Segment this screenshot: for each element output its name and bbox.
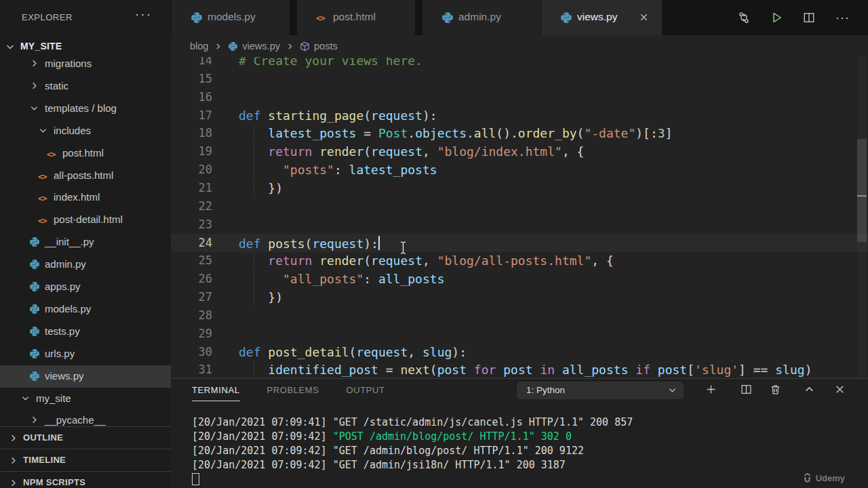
maximize-panel-button[interactable] (804, 384, 815, 395)
line-number: 16 (171, 88, 212, 106)
chevron-right-icon (8, 433, 18, 443)
chevron-right-icon (214, 42, 222, 51)
code-line-22[interactable]: 22 (171, 197, 868, 216)
chevron-down-icon (5, 41, 16, 52)
explorer-sidebar: EXPLORER ··· MY_SITE migrationsstatictem… (0, 0, 172, 488)
open-changes-button[interactable] (738, 12, 750, 24)
code-editor[interactable]: 14# Create your views here.151617def sta… (171, 35, 868, 378)
tree-item-models-py[interactable]: models.py (0, 298, 171, 321)
code-line-26[interactable]: 26 "all_posts": all_posts (171, 270, 868, 288)
code-line-27[interactable]: 27 }) (171, 288, 868, 306)
panel-label: NPM SCRIPTS (23, 477, 85, 487)
tree-item-tests-py[interactable]: tests.py (0, 321, 171, 343)
shell-selector-dropdown[interactable]: 1: Python (517, 382, 684, 399)
tree-item-templates-blog[interactable]: templates / blog (0, 98, 171, 120)
tree-item-label: all-posts.html (54, 169, 113, 181)
code-line-29[interactable]: 29 (171, 325, 868, 343)
tree-item-migrations[interactable]: migrations (0, 53, 171, 75)
close-panel-button[interactable] (834, 384, 846, 395)
tab-post-html[interactable]: <>post.html (297, 0, 415, 35)
chevron-right-icon (8, 478, 18, 488)
breadcrumb-item-posts[interactable]: posts (300, 41, 338, 52)
code-text: }) (239, 288, 283, 306)
tree-item-label: post.html (62, 147, 104, 159)
code-text: "all_posts": all_posts (239, 270, 444, 288)
tree-item-label: __pycache__ (45, 414, 105, 426)
mouse-cursor (399, 241, 408, 255)
split-editor-button[interactable] (803, 12, 815, 24)
tree-item-post-detail-html[interactable]: <>post-detail.html (0, 209, 171, 231)
code-line-16[interactable]: 16 (171, 88, 868, 106)
tree-item-label: models.py (45, 303, 91, 314)
run-button[interactable] (770, 12, 783, 24)
code-line-28[interactable]: 28 (171, 306, 868, 325)
line-number: 18 (171, 124, 212, 142)
chevron-down-icon (29, 103, 41, 115)
split-terminal-button[interactable] (741, 384, 752, 395)
terminal-log-line: [20/Jan/2021 07:09:41] "GET /static/admi… (192, 415, 633, 430)
breadcrumb-item-blog[interactable]: blog (190, 41, 208, 52)
file-tree: migrationsstatictemplates / blogincludes… (0, 53, 171, 426)
terminal-tab-output[interactable]: OUTPUT (347, 385, 385, 401)
line-number: 19 (171, 142, 212, 161)
code-line-15[interactable]: 15 (171, 70, 868, 88)
breadcrumb-item-views-py[interactable]: views.py (228, 41, 280, 52)
panel-timeline[interactable]: TIMELINE (0, 449, 171, 472)
tree-item-label: views.py (45, 370, 84, 382)
tree-item-views-py[interactable]: views.py (0, 365, 171, 388)
chevron-down-icon (20, 393, 33, 405)
line-number: 24 (171, 234, 212, 252)
terminal-tab-terminal[interactable]: TERMINAL (192, 385, 240, 401)
breadcrumb-label: blog (190, 41, 208, 52)
terminal-log-line: [20/Jan/2021 07:09:42] "GET /admin/blog/… (192, 444, 633, 458)
breadcrumb: blogviews.pyposts (171, 35, 868, 57)
udemy-label: Udemy (816, 473, 845, 483)
tree-item-my-site[interactable]: my_site (0, 388, 171, 410)
python-icon (191, 12, 203, 24)
tab-label: views.py (577, 11, 617, 23)
code-line-25[interactable]: 25 return render(request, "blog/all-post… (171, 251, 868, 270)
panel-outline[interactable]: OUTLINE (0, 426, 171, 449)
code-line-23[interactable]: 23 (171, 216, 868, 234)
tree-item-label: admin.py (45, 258, 86, 270)
code-line-31[interactable]: 31 identified_post = next(post for post … (171, 361, 868, 378)
tree-item-admin-py[interactable]: admin.py (0, 253, 171, 276)
tree-item-label: tests.py (45, 325, 80, 337)
more-actions-button[interactable]: ··· (835, 12, 848, 24)
html-file-icon: <> (38, 214, 50, 226)
tree-item-urls-py[interactable]: urls.py (0, 343, 171, 365)
tab-admin-py[interactable]: admin.py (422, 0, 540, 35)
tab-views-py[interactable]: views.py (541, 0, 662, 35)
tree-item-apps-py[interactable]: apps.py (0, 276, 171, 298)
close-icon[interactable] (639, 12, 650, 23)
chevron-right-icon (29, 81, 41, 93)
line-number: 25 (171, 251, 212, 270)
text-caret (378, 236, 380, 250)
terminal-output[interactable]: [20/Jan/2021 07:09:41] "GET /static/admi… (192, 415, 633, 472)
new-terminal-button[interactable] (705, 384, 717, 395)
tree-item-all-posts-html[interactable]: <>all-posts.html (0, 165, 171, 187)
tab-models-py[interactable]: models.py (172, 0, 290, 35)
tree-item-init-py[interactable]: __init__.py (0, 231, 171, 253)
tree-item-includes[interactable]: includes (0, 120, 171, 142)
tree-item-static[interactable]: static (0, 75, 171, 98)
code-line-17[interactable]: 17def starting_page(request): (171, 106, 868, 125)
terminal-cursor (192, 473, 199, 485)
kill-terminal-button[interactable] (770, 384, 781, 395)
terminal-tab-problems[interactable]: PROBLEMS (267, 385, 319, 401)
tree-item-label: migrations (45, 58, 92, 69)
tree-item-index-html[interactable]: <>index.html (0, 186, 171, 209)
udemy-logo-icon (802, 473, 812, 483)
tree-item-post-html[interactable]: <>post.html (0, 142, 171, 165)
code-line-19[interactable]: 19 return render(request, "blog/index.ht… (171, 142, 868, 161)
code-line-18[interactable]: 18 latest_posts = Post.objects.all().ord… (171, 124, 868, 142)
code-text: }) (239, 179, 283, 197)
code-line-30[interactable]: 30def post_detail(request, slug): (171, 343, 868, 361)
code-text: latest_posts = Post.objects.all().order_… (239, 124, 672, 142)
explorer-more-button[interactable]: ··· (135, 7, 152, 22)
code-line-21[interactable]: 21 }) (171, 179, 868, 197)
panel-npm-scripts[interactable]: NPM SCRIPTS (0, 471, 171, 488)
code-line-20[interactable]: 20 "posts": latest_posts (171, 161, 868, 179)
code-line-24[interactable]: 24def posts(request): (171, 234, 868, 252)
tree-item-pycache[interactable]: __pycache__ (0, 409, 171, 426)
